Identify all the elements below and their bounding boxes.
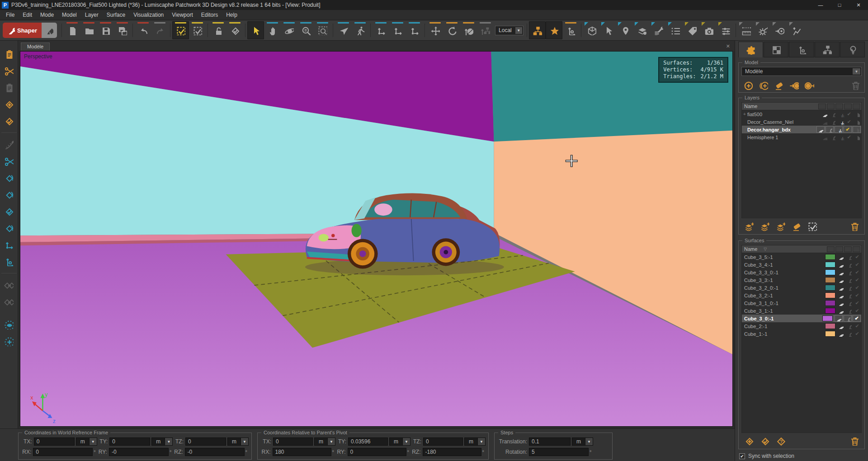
layers-header[interactable]: Name [741, 102, 862, 110]
import-model-button[interactable] [789, 80, 799, 90]
eye-icon[interactable] [837, 270, 845, 275]
lock-icon[interactable] [845, 301, 853, 306]
show-surfaces-button[interactable] [2, 318, 16, 331]
tab-lighting[interactable] [840, 42, 865, 57]
surface-color-swatch[interactable] [822, 315, 833, 321]
world-tx-input[interactable] [34, 437, 75, 446]
surface-color-swatch[interactable] [825, 323, 835, 329]
surface-color-swatch[interactable] [825, 254, 835, 260]
check-icon[interactable]: ✔ [853, 269, 861, 275]
menu-layer[interactable]: Layer [81, 10, 103, 19]
world-rz-input[interactable] [185, 448, 245, 456]
check-icon[interactable]: ✔ [853, 254, 861, 260]
maximize-button[interactable]: □ [830, 0, 849, 10]
validate-selection-button[interactable] [189, 21, 206, 39]
zoom-region-button[interactable] [314, 21, 331, 39]
parent-reference-button[interactable] [477, 21, 494, 39]
parent-rz-input[interactable] [423, 448, 481, 456]
menu-surface[interactable]: Surface [103, 10, 129, 19]
parent-rx-input[interactable] [273, 448, 331, 456]
orbit-tool-button[interactable] [281, 21, 297, 39]
lock-icon[interactable] [845, 254, 853, 260]
check-icon[interactable]: ✔ [853, 292, 861, 298]
walk-mode-button[interactable] [352, 21, 368, 39]
check-icon[interactable]: ✔ [853, 323, 861, 329]
surfaces-help-button[interactable] [776, 436, 785, 446]
lock-icon[interactable] [845, 324, 853, 329]
lock-icon[interactable] [845, 262, 853, 268]
lock-icon[interactable] [845, 331, 853, 337]
lock-icon[interactable] [844, 315, 852, 322]
eye-icon[interactable] [821, 112, 829, 117]
shaper-mode-button[interactable]: Shaper [3, 23, 42, 38]
update-surfaces-button[interactable] [760, 436, 769, 446]
world-tx-unit[interactable]: m▼ [76, 437, 97, 446]
merge-surfaces-button[interactable] [2, 278, 16, 292]
save-as-button[interactable] [114, 21, 131, 39]
lock-icon[interactable] [826, 126, 834, 133]
show-hierarchy-button[interactable] [529, 21, 546, 39]
fly-mode-button[interactable] [335, 21, 352, 39]
lock-icon[interactable] [845, 285, 853, 291]
surface-row[interactable]: Cube_3_3:-1✔ [742, 276, 861, 284]
surface-row[interactable]: Cube_3_1_0:-1✔ [742, 299, 861, 307]
cut-surfaces-button[interactable] [2, 64, 16, 77]
surface-row[interactable]: Cube_3_5:-1✔ [742, 253, 861, 261]
eye-icon[interactable] [837, 308, 845, 314]
lock-surfaces-button[interactable] [210, 21, 226, 39]
hash-icon[interactable] [837, 134, 845, 141]
viewport-close-icon[interactable]: ✕ [726, 43, 730, 49]
select-arrow-icon[interactable] [853, 119, 861, 125]
eye-icon[interactable] [837, 285, 845, 291]
edit-pivot-button[interactable] [373, 21, 389, 39]
undo-button[interactable] [135, 21, 151, 39]
surface-color-swatch[interactable] [825, 292, 835, 298]
hash-icon[interactable] [837, 119, 845, 125]
menu-viewport[interactable]: Viewport [168, 10, 197, 19]
parent-ty-input[interactable] [348, 437, 388, 446]
export-model-button[interactable] [805, 80, 814, 90]
chevron-down-icon[interactable]: ▼ [515, 27, 522, 34]
check-icon[interactable]: ✔ [845, 119, 853, 125]
show-gizmo-button[interactable] [562, 21, 579, 39]
add-layer-button[interactable] [744, 221, 754, 231]
reverse-orientation-button[interactable] [2, 188, 16, 201]
delete-model-button[interactable] [850, 80, 860, 90]
select-arrow-icon[interactable] [853, 112, 861, 117]
rotate-surface-button[interactable] [2, 221, 16, 235]
hash-icon[interactable] [835, 126, 843, 133]
sync-with-selection[interactable]: ✔ Sync with selection [738, 449, 865, 459]
layer-row[interactable]: +fiat500 ✔ [742, 110, 861, 118]
snap-points-button[interactable] [546, 21, 562, 39]
translate-tool-button[interactable] [427, 21, 443, 39]
surface-color-swatch[interactable] [825, 300, 835, 306]
new-document-button[interactable] [64, 21, 80, 39]
check-icon[interactable]: ✔ [845, 111, 853, 117]
parent-ty-unit[interactable]: m▼ [389, 437, 410, 446]
check-icon[interactable]: ✔ [853, 285, 861, 291]
world-tz-input[interactable] [185, 437, 226, 446]
lock-icon[interactable] [829, 119, 837, 125]
lock-icon[interactable] [845, 278, 853, 283]
hash-icon[interactable] [837, 111, 845, 118]
parent-tz-input[interactable] [423, 437, 463, 446]
duplicate-model-button[interactable] [759, 80, 768, 90]
tags-editor-button[interactable] [684, 21, 700, 39]
3d-viewport[interactable]: x y z Perspecti [20, 51, 733, 427]
surfaces-header[interactable]: Name▽ [741, 245, 862, 253]
matter-mode-button[interactable] [42, 23, 57, 38]
select-layer-surfaces-button[interactable] [807, 221, 817, 231]
tab-model[interactable] [738, 42, 763, 57]
validate-orientation-button[interactable] [2, 204, 16, 218]
lock-icon[interactable] [829, 135, 837, 140]
chevron-down-icon[interactable]: ▼ [853, 68, 860, 75]
add-surfaces-button[interactable] [744, 436, 754, 446]
check-icon[interactable]: ✔ [853, 331, 861, 337]
surface-row[interactable]: Cube_3_2_0:-1✔ [742, 284, 861, 292]
rotate-tool-button[interactable] [443, 21, 460, 39]
world-ty-unit[interactable]: m▼ [151, 437, 173, 446]
surface-color-swatch[interactable] [825, 277, 835, 283]
unlock-pivot-button[interactable] [406, 21, 423, 39]
eye-icon[interactable] [816, 126, 825, 133]
parent-tx-unit[interactable]: m▼ [314, 437, 335, 446]
